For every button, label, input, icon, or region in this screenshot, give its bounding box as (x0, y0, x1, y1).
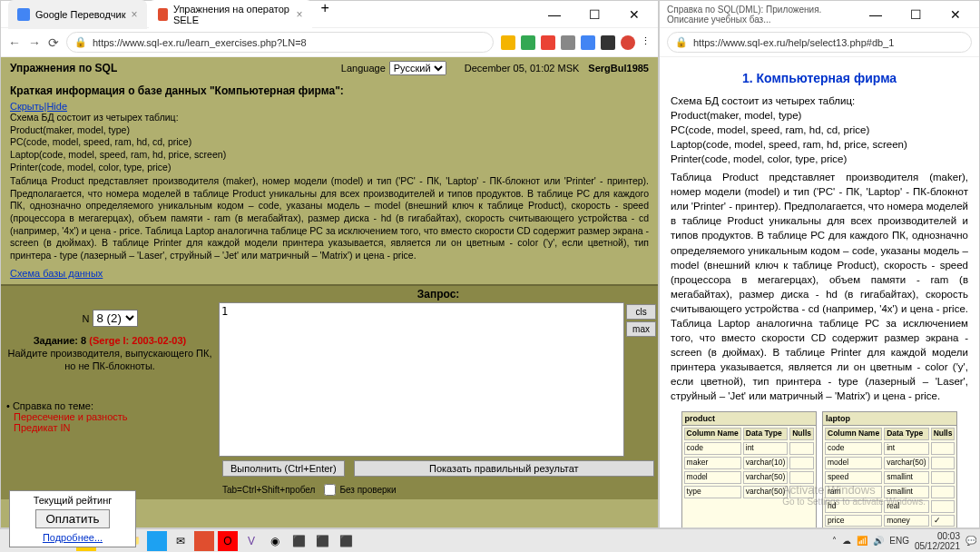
ext-icon[interactable] (581, 35, 595, 50)
tab-hint: Tab=Ctrl+Shift+пробел (222, 485, 315, 495)
mail-icon[interactable]: ✉ (171, 531, 191, 551)
back-button[interactable]: ← (8, 35, 21, 50)
rating-box: Текущий рейтинг Оплатить Подробнее... (9, 490, 136, 547)
close-icon[interactable]: × (132, 8, 138, 21)
hide-link[interactable]: Скрыть|Hide (10, 101, 649, 112)
opera-icon[interactable]: O (218, 531, 238, 551)
more-link[interactable]: Подробнее... (43, 532, 103, 543)
avatar-icon[interactable] (621, 35, 635, 50)
ext-icon[interactable] (601, 35, 615, 50)
help-link-1[interactable]: Пересечение и разность (14, 411, 213, 422)
url-text: https://www.sql-ex.ru/learn_exercises.ph… (93, 37, 307, 48)
addressbar: ← → ⟳ 🔒 https://www.sql-ex.ru/learn_exer… (1, 28, 658, 57)
titlebar: Справка по SQL(DML): Приложения. Описани… (660, 1, 979, 28)
clock-date[interactable]: 05/12/2021 (915, 541, 960, 551)
help-label: • Справка по теме: (6, 400, 213, 411)
browser-window-left: Google Переводчик × Упражнения на операт… (0, 0, 659, 528)
tab-title: Упражнения на оператор SELE (173, 4, 291, 25)
forward-button[interactable]: → (28, 35, 41, 50)
menu-icon[interactable]: ⋮ (641, 35, 651, 50)
reload-button[interactable]: ⟳ (48, 35, 59, 50)
maximize-button[interactable]: ☐ (899, 2, 932, 27)
titlebar: Google Переводчик × Упражнения на операт… (1, 1, 658, 28)
url-input[interactable]: 🔒 https://www.sql-ex.ru/learn_exercises.… (66, 32, 494, 53)
schema-link[interactable]: Схема базы данных (10, 268, 649, 279)
query-input[interactable]: 1 (219, 302, 624, 457)
page-content: Упражнения по SQL Language Русский Decem… (1, 57, 658, 527)
ext-icon[interactable] (501, 35, 515, 50)
close-button[interactable]: ✕ (618, 2, 651, 27)
ext-icon[interactable] (561, 35, 575, 50)
maximize-button[interactable]: ☐ (578, 2, 611, 27)
chrome-icon[interactable]: ◉ (265, 531, 285, 551)
show-answer-button[interactable]: Показать правильный результат (354, 460, 654, 477)
page-title: Упражнения по SQL (10, 62, 341, 74)
taskbar: ⊞ 🔍 ☰ 🌐 📁 ✉ O V ◉ ⬛ ⬛ ⬛ ˄ ☁ 📶 🔊 ENG 00:0… (0, 528, 980, 552)
close-button[interactable]: ✕ (939, 2, 972, 27)
app-icon[interactable] (194, 531, 214, 551)
minimize-button[interactable]: — (859, 2, 892, 27)
vs-icon[interactable]: V (241, 531, 261, 551)
ext-icon[interactable] (521, 35, 535, 50)
query-label: Запрос: (219, 286, 658, 302)
max-button[interactable]: max (626, 321, 656, 337)
datetime: December 05, 01:02 MSK (465, 63, 580, 74)
app-icon[interactable]: ⬛ (312, 531, 332, 551)
ext-icon[interactable] (541, 35, 555, 50)
task-panel: N 8 (2) Задание: 8 (Serge I: 2003-02-03)… (1, 286, 219, 499)
tab-icon (17, 8, 30, 21)
help-link-2[interactable]: Предикат IN (14, 422, 213, 433)
clock-time[interactable]: 00:03 (915, 531, 960, 541)
tray-icon[interactable]: ˄ (832, 536, 837, 546)
no-check-checkbox[interactable] (324, 484, 336, 496)
exercise-select[interactable]: 8 (2) (93, 310, 138, 327)
help-heading-1: 1. Компьютерная фирма (671, 70, 968, 88)
url-input[interactable]: 🔒 https://www.sql-ex.ru/help/select13.ph… (667, 32, 972, 53)
new-tab-button[interactable]: + (314, 0, 337, 29)
volume-icon[interactable]: 🔊 (873, 536, 884, 546)
language-select[interactable]: Русский (389, 61, 446, 75)
tab-icon (158, 8, 168, 21)
notifications-icon[interactable]: 💬 (965, 536, 976, 546)
browser-tab-1[interactable]: Упражнения на оператор SELE × (149, 0, 312, 29)
schema-text: Схема БД состоит из четырех таблиц: Prod… (10, 112, 649, 262)
close-icon[interactable]: × (297, 8, 303, 21)
browser-window-right: Справка по SQL(DML): Приложения. Описани… (659, 0, 980, 528)
language-indicator[interactable]: ENG (889, 536, 909, 546)
n-label: N (82, 313, 89, 324)
minimize-button[interactable]: — (538, 2, 571, 27)
task-author: (Serge I: 2003-02-03) (89, 335, 186, 346)
task-description: Найдите производителя, выпускающего ПК, … (8, 348, 212, 371)
app-icon[interactable]: ⬛ (336, 531, 356, 551)
execute-button[interactable]: Выполнить (Ctrl+Enter) (222, 460, 345, 477)
language-label: Language (341, 63, 386, 74)
extensions: ⋮ (501, 35, 651, 50)
cls-button[interactable]: cls (626, 304, 656, 320)
app-icon[interactable]: ⬛ (289, 531, 309, 551)
username: SergBul1985 (588, 63, 649, 74)
window-title: Справка по SQL(DML): Приложения. Описани… (667, 5, 859, 25)
wifi-icon[interactable]: 📶 (857, 536, 867, 546)
no-check-label: Без проверки (339, 485, 396, 495)
tab-title: Google Переводчик (35, 9, 126, 20)
info-title: Краткая информация о базе данных "Компью… (10, 84, 649, 97)
lock-icon: 🔒 (74, 36, 87, 48)
db-diagram: productColumn NameData TypeNullscodeintm… (671, 411, 968, 527)
pay-button[interactable]: Оплатить (35, 509, 109, 528)
app-icon[interactable] (147, 531, 167, 551)
cloud-icon[interactable]: ☁ (842, 536, 851, 546)
task-label: Задание: 8 (34, 335, 86, 346)
help-content: 1. Компьютерная фирма Схема БД состоит и… (660, 57, 979, 527)
lock-icon: 🔒 (675, 36, 688, 48)
watermark: Activate Windows Go to Settings to activ… (782, 483, 926, 507)
help-description: Таблица Product представляет производите… (671, 170, 968, 404)
rating-title: Текущий рейтинг (14, 495, 132, 506)
browser-tab-0[interactable]: Google Переводчик × (8, 0, 147, 29)
url-text: https://www.sql-ex.ru/help/select13.php#… (693, 37, 894, 48)
